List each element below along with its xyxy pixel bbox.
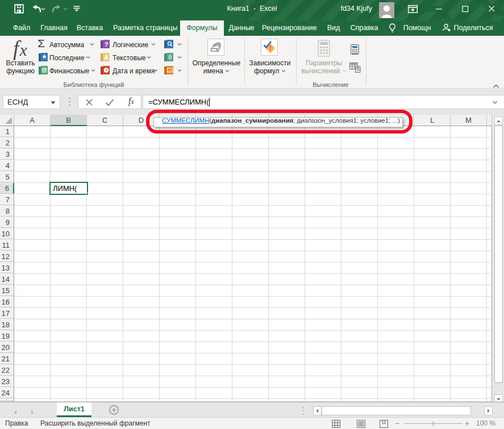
svg-text:θ: θ — [168, 53, 172, 61]
svg-text:!: ! — [269, 44, 272, 52]
svg-text:?: ? — [105, 41, 109, 48]
svg-text:A: A — [104, 54, 109, 61]
svg-text:...: ... — [168, 67, 172, 72]
